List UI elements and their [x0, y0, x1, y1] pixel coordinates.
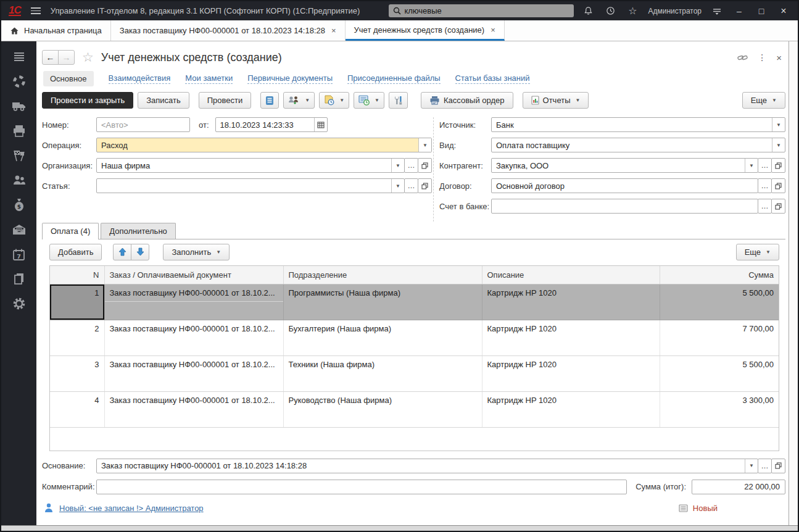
col-sum[interactable]: Сумма — [660, 266, 779, 284]
cell-document[interactable]: Заказ поставщику НФ00-000001 от 18.10.2.… — [104, 320, 283, 355]
reports-button[interactable]: Отчеты ▼ — [523, 92, 589, 109]
documents-icon[interactable] — [10, 271, 28, 287]
tab-cash-accounting[interactable]: Учет денежных средств (создание) × — [346, 20, 505, 41]
money-icon[interactable]: $ — [10, 197, 28, 213]
write-button[interactable]: Записать — [138, 92, 189, 109]
counterparty-choose-button[interactable]: … — [758, 158, 772, 173]
counterparty-dropdown-icon[interactable]: ▼ — [745, 159, 758, 172]
cell-n[interactable]: 4 — [50, 391, 104, 427]
col-description[interactable]: Описание — [482, 266, 660, 284]
organization-open-icon[interactable] — [418, 158, 432, 173]
tab-payment[interactable]: Оплата (4) — [42, 223, 99, 239]
finish-flags-icon[interactable] — [10, 148, 28, 164]
tasks-button[interactable]: ▼ — [354, 92, 384, 109]
subordination-structure-button[interactable] — [260, 92, 279, 109]
number-input[interactable] — [96, 117, 190, 132]
cell-department[interactable]: Бухгалтерия (Наша фирма) — [283, 320, 482, 355]
counterparty-open-icon[interactable] — [771, 158, 785, 173]
table-row[interactable]: 4 Заказ поставщику НФ00-000001 от 18.10.… — [50, 391, 779, 427]
cash-order-button[interactable]: Кассовый ордер — [421, 92, 513, 109]
bank-account-choose-button[interactable]: … — [758, 199, 772, 214]
favorites-star-icon[interactable]: ☆ — [624, 4, 640, 18]
cell-department[interactable]: Руководство (Наша фирма) — [283, 391, 482, 427]
cell-description[interactable]: Картридж HP 1020 — [482, 391, 660, 427]
table-row[interactable]: 2 Заказ поставщику НФ00-000001 от 18.10.… — [50, 320, 779, 355]
post-and-close-button[interactable]: Провести и закрыть — [42, 92, 133, 109]
maximize-button[interactable]: □ — [753, 4, 769, 18]
basis-open-icon[interactable] — [771, 459, 785, 473]
basis-input[interactable]: Заказ поставщику НФ00-000001 от 18.10.20… — [97, 461, 745, 470]
close-tab-icon[interactable]: × — [330, 26, 336, 35]
create-based-on-button[interactable]: ▼ — [319, 92, 349, 109]
col-department[interactable]: Подразделение — [283, 266, 482, 284]
close-tab-icon[interactable]: × — [489, 25, 495, 35]
cell-sum[interactable]: 3 300,00 — [660, 391, 779, 427]
cell-document[interactable]: Заказ поставщику НФ00-000001 от 18.10.2.… — [104, 355, 283, 391]
counterparty-input[interactable]: Закупка, ООО — [492, 161, 745, 170]
calendar-picker-icon[interactable] — [314, 118, 327, 131]
table-row[interactable]: 1 Заказ поставщику НФ00-000001 от 18.10.… — [50, 284, 779, 320]
col-n[interactable]: N — [50, 266, 104, 284]
service-tools-button[interactable] — [389, 92, 408, 109]
more-actions-icon[interactable]: ⋮ — [758, 52, 766, 62]
add-to-favorites-star-icon[interactable]: ☆ — [82, 50, 94, 65]
cell-sum[interactable]: 7 700,00 — [660, 320, 779, 355]
vertical-scrollbar[interactable] — [789, 41, 798, 525]
cell-sum[interactable]: 5 500,00 — [660, 355, 779, 391]
print-icon[interactable] — [10, 123, 28, 139]
more-button[interactable]: Еще ▼ — [742, 92, 785, 109]
cell-description[interactable]: Картридж HP 1020 — [482, 284, 660, 320]
add-row-button[interactable]: Добавить — [49, 244, 102, 260]
date-input[interactable]: 18.10.2023 14:23:33 — [216, 120, 314, 130]
calendar-icon[interactable]: 7 — [10, 246, 28, 262]
minimize-button[interactable]: – — [731, 4, 747, 18]
source-input[interactable]: Банк — [492, 120, 772, 130]
organization-choose-button[interactable]: … — [404, 158, 418, 173]
total-input[interactable]: 22 000,00 — [692, 480, 785, 494]
nav-interactions[interactable]: Взаимодействия — [109, 73, 171, 84]
article-dropdown-icon[interactable]: ▼ — [391, 179, 404, 193]
cell-department[interactable]: Программисты (Наша фирма) — [283, 284, 482, 320]
employees-icon[interactable] — [10, 172, 28, 188]
col-document[interactable]: Заказ / Оплачиваемый документ — [104, 266, 283, 284]
close-form-icon[interactable]: × — [776, 52, 782, 63]
create-interaction-button[interactable]: ▼ — [283, 92, 315, 109]
forward-button[interactable]: → — [58, 50, 75, 65]
article-open-icon[interactable] — [418, 178, 432, 193]
operation-dropdown-icon[interactable]: ▼ — [418, 138, 431, 152]
functions-menu-icon[interactable] — [10, 49, 28, 65]
cell-n[interactable]: 2 — [50, 320, 104, 355]
article-choose-button[interactable]: … — [404, 178, 418, 193]
table-more-button[interactable]: Еще ▼ — [736, 244, 779, 260]
table-row[interactable]: 3 Заказ поставщику НФ00-000001 от 18.10.… — [50, 355, 779, 391]
move-row-down-icon[interactable] — [131, 244, 149, 260]
cell-document[interactable]: Заказ поставщику НФ00-000001 от 18.10.2.… — [104, 391, 283, 427]
operation-input[interactable]: Расход — [97, 141, 418, 150]
kind-input[interactable]: Оплата поставщику — [492, 141, 772, 150]
move-row-up-icon[interactable] — [113, 244, 131, 260]
nav-main[interactable]: Основное — [43, 71, 94, 86]
cell-department[interactable]: Техники (Наша фирма) — [283, 355, 482, 391]
comment-input[interactable] — [96, 480, 627, 494]
organization-dropdown-icon[interactable]: ▼ — [391, 159, 404, 172]
contract-input[interactable]: Основной договор — [492, 181, 758, 191]
cell-description[interactable]: Картридж HP 1020 — [482, 355, 660, 391]
delivery-icon[interactable] — [10, 98, 28, 114]
main-menu-icon[interactable] — [31, 7, 41, 14]
post-button[interactable]: Провести — [199, 92, 252, 109]
kind-dropdown-icon[interactable]: ▼ — [772, 138, 785, 152]
cell-n[interactable]: 3 — [50, 355, 104, 391]
cell-document[interactable]: Заказ поставщику НФ00-000001 от 18.10.2.… — [104, 284, 283, 320]
tab-home[interactable]: Начальная страница — [1, 20, 111, 41]
get-link-icon[interactable] — [737, 54, 748, 62]
settings-gear-icon[interactable] — [10, 296, 28, 312]
basis-dropdown-icon[interactable]: ▼ — [745, 459, 758, 473]
tab-supplier-order[interactable]: Заказ поставщику НФ00-000001 от 18.10.20… — [111, 20, 346, 41]
global-search-input[interactable]: ключевые — [389, 4, 574, 17]
nav-primary-documents[interactable]: Первичные документы — [247, 73, 333, 84]
back-button[interactable]: ← — [42, 50, 59, 65]
nav-knowledge-base[interactable]: Статьи базы знаний — [455, 73, 530, 84]
mail-icon[interactable] — [10, 222, 28, 238]
cell-description[interactable]: Картридж HP 1020 — [482, 320, 660, 355]
tab-additional[interactable]: Дополнительно — [101, 223, 176, 239]
